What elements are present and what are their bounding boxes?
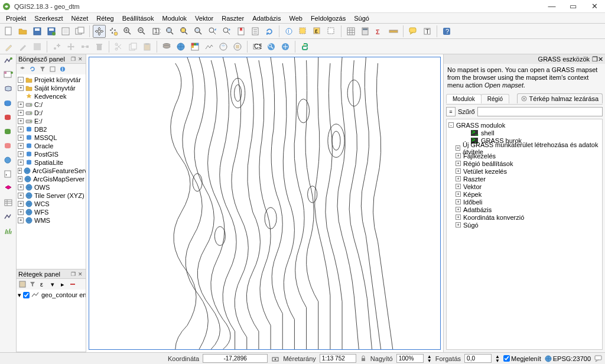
module-item[interactable]: +Adatbázis [456, 206, 600, 213]
pan-button[interactable] [93, 25, 106, 38]
deselect-all-button[interactable] [325, 25, 338, 38]
menu-feldolgozás[interactable]: Feldolgozás [307, 14, 349, 23]
zoom-next-button[interactable] [220, 25, 233, 38]
browser-item[interactable]: +SpatiaLite [17, 158, 86, 167]
menu-vektor[interactable]: Vektor [191, 14, 217, 23]
module-item[interactable]: >_shell [456, 129, 600, 136]
menu-réteg[interactable]: Réteg [93, 14, 117, 23]
browser-item[interactable]: +D:/ [17, 109, 86, 117]
add-wms-button[interactable] [2, 155, 15, 165]
expand-icon[interactable]: - [18, 77, 24, 83]
wms-layer-button[interactable] [174, 40, 187, 53]
list-view-icon[interactable]: ≡ [446, 107, 456, 116]
virtual-layer-button[interactable] [160, 40, 173, 53]
browser-item[interactable]: +PostGIS [17, 150, 86, 158]
zoom-layer-button[interactable] [192, 25, 205, 38]
expand-icon[interactable]: + [18, 85, 24, 91]
add-mssql-button[interactable] [2, 112, 15, 123]
copy-features-button[interactable] [126, 40, 139, 53]
zoom-out-button[interactable] [135, 25, 148, 38]
expand-icon[interactable]: + [18, 168, 22, 174]
modules-root[interactable]: -GRASS modulok [448, 121, 600, 129]
add-delimited-button[interactable] [2, 197, 15, 208]
zoom-selection-button[interactable] [178, 25, 191, 38]
open-project-button[interactable] [17, 25, 30, 38]
add-raster-layer-button[interactable] [2, 70, 15, 80]
add-db2-button[interactable] [2, 126, 15, 137]
expand-icon[interactable]: + [456, 199, 461, 204]
menu-nézet[interactable]: Nézet [68, 14, 92, 23]
browser-item[interactable]: -Projekt könyvtár [17, 76, 86, 84]
expand-icon[interactable]: + [456, 191, 461, 197]
expand-icon[interactable]: + [18, 102, 24, 108]
expand-icon[interactable]: + [18, 135, 24, 141]
select-by-expression-button[interactable]: ε [311, 25, 324, 38]
browser-item[interactable]: +WMS [17, 216, 86, 225]
wcs-layer-button[interactable] [231, 40, 244, 53]
browser-item[interactable]: +Oracle [17, 142, 86, 150]
menu-web[interactable]: Web [285, 14, 305, 23]
save-button[interactable] [31, 25, 44, 38]
metasearch-button[interactable] [265, 40, 278, 53]
field-calculator-button[interactable] [359, 25, 372, 38]
layer-item[interactable]: ▾geo_contour entit... [17, 291, 86, 299]
pan-to-selection-button[interactable] [107, 25, 120, 38]
expand-icon[interactable]: + [456, 145, 460, 151]
expand-icon[interactable]: + [456, 161, 461, 166]
module-item[interactable]: +Új GRASS munkaterület létrehozása és ad… [456, 144, 600, 152]
browser-item[interactable]: +WCS [17, 200, 86, 208]
close-region-button[interactable]: Térkép halmaz lezárása [517, 93, 603, 103]
expression-icon[interactable]: ε [38, 280, 47, 288]
expand-icon[interactable]: + [18, 160, 24, 165]
browser-item[interactable]: +WFS [17, 208, 86, 216]
new-project-button[interactable] [2, 25, 15, 38]
lock-scale-icon[interactable] [360, 355, 367, 362]
save-as-button[interactable] [45, 25, 58, 38]
show-bookmarks-button[interactable] [249, 25, 262, 38]
expand-icon[interactable]: + [18, 201, 24, 207]
csw-button[interactable]: CSW [251, 40, 264, 53]
refresh-button[interactable] [263, 25, 276, 38]
browser-item[interactable]: +ArcGisFeatureServer [17, 167, 86, 175]
coord-input[interactable] [203, 354, 268, 363]
filter-icon[interactable] [38, 65, 47, 73]
new-print-composer-button[interactable] [59, 25, 72, 38]
add-spatialite-button[interactable] [2, 84, 15, 95]
toggle-editing-button[interactable] [17, 40, 30, 53]
add-oracle-button[interactable] [2, 141, 15, 151]
delete-selected-button[interactable] [93, 40, 106, 53]
zoom-full-button[interactable] [164, 25, 177, 38]
menu-szerkeszt[interactable]: Szerkeszt [31, 14, 66, 23]
browser-item[interactable]: +E:/ [17, 117, 86, 125]
menu-súgó[interactable]: Súgó [350, 14, 373, 23]
expand-icon[interactable]: + [456, 153, 461, 158]
new-vector-button[interactable] [203, 40, 216, 53]
move-feature-button[interactable] [64, 40, 77, 53]
undock-icon[interactable]: ❐ [592, 56, 598, 63]
browser-item[interactable]: Kedvencek [17, 92, 86, 100]
extents-icon[interactable] [271, 355, 279, 363]
zoom-last-button[interactable] [206, 25, 219, 38]
zoom-in-button[interactable] [121, 25, 134, 38]
expand-icon[interactable]: + [456, 176, 461, 181]
add-vector-layer-button[interactable] [2, 56, 15, 66]
filter-input[interactable] [477, 107, 603, 116]
current-edits-button[interactable] [2, 40, 15, 53]
expand-icon[interactable]: ▾ [48, 280, 57, 288]
expand-icon[interactable]: + [456, 184, 461, 189]
spin-icon[interactable]: ▲▼ [495, 355, 500, 363]
measure-button[interactable] [387, 25, 400, 38]
expand-icon[interactable]: + [18, 110, 24, 116]
paste-features-button[interactable] [141, 40, 154, 53]
close-panel-icon[interactable]: ✕ [598, 56, 603, 63]
undock-icon[interactable]: ❐ [70, 271, 77, 278]
expand-icon[interactable]: + [18, 217, 24, 223]
browser-item[interactable]: +C:/ [17, 100, 86, 109]
open-attribute-table-button[interactable] [344, 25, 357, 38]
menu-raszter[interactable]: Raszter [218, 14, 248, 23]
collapse-icon[interactable]: ▸ [58, 280, 67, 288]
new-bookmark-button[interactable] [235, 25, 248, 38]
expand-icon[interactable]: + [18, 143, 24, 149]
menu-modulok[interactable]: Modulok [158, 14, 190, 23]
layer-visibility-checkbox[interactable] [23, 292, 30, 298]
